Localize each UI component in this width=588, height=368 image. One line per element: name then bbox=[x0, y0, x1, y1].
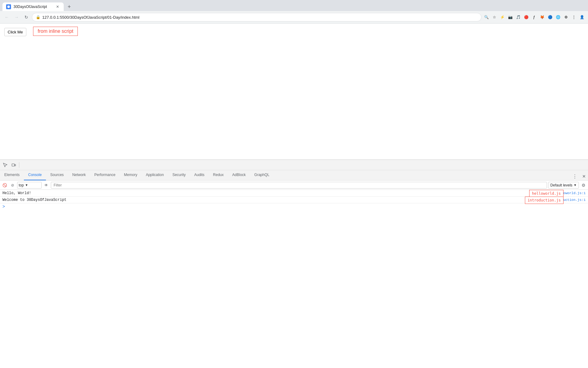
tab-console[interactable]: Console bbox=[24, 170, 46, 180]
new-tab-button[interactable]: + bbox=[65, 2, 74, 11]
tab-bar: 30DaysOfJavaScript ✕ + bbox=[0, 0, 588, 11]
default-levels-dropdown[interactable]: Default levels ▼ bbox=[548, 182, 579, 189]
console-gear-button[interactable]: ⚙ bbox=[580, 182, 587, 189]
ext4-icon[interactable]: 🔴 bbox=[522, 13, 530, 21]
console-filter-bar: 🚫 ⊘ top ▼ 👁 Default levels ▼ ⚙ bbox=[0, 181, 588, 190]
tab-favicon bbox=[6, 4, 11, 9]
tab-memory[interactable]: Memory bbox=[120, 170, 141, 180]
tab-network[interactable]: Network bbox=[68, 170, 90, 180]
page-content: Click Me from inline script bbox=[0, 24, 588, 159]
ext3-icon[interactable]: 🎵 bbox=[514, 13, 522, 21]
toolbar-separator bbox=[19, 162, 19, 168]
console-message-hello: Hello, World! bbox=[2, 191, 555, 195]
ext2-icon[interactable]: 📷 bbox=[507, 13, 514, 21]
tab-title: 30DaysOfJavaScript bbox=[13, 5, 55, 9]
settings-icon[interactable]: ⚙ bbox=[562, 13, 570, 21]
menu-icon[interactable]: ⋮ bbox=[570, 13, 578, 21]
console-settings-button[interactable]: ⊘ bbox=[9, 182, 16, 189]
click-me-button[interactable]: Click Me bbox=[4, 28, 26, 36]
console-input-row: > bbox=[0, 203, 588, 210]
tab-audits[interactable]: Audits bbox=[190, 170, 209, 180]
ext6-icon[interactable]: 🦊 bbox=[538, 13, 546, 21]
ext1-icon[interactable]: ⚡ bbox=[499, 13, 506, 21]
eye-icon[interactable]: 👁 bbox=[43, 182, 50, 189]
browser-chrome: 30DaysOfJavaScript ✕ + ← → ↻ 🔒 127.0.0.1… bbox=[0, 0, 588, 24]
extensions-area: 🔍 ☆ ⚡ 📷 🎵 🔴 ƒ 🦊 🔵 🌐 ⚙ ⋮ 👤 bbox=[483, 13, 586, 21]
clear-console-button[interactable]: 🚫 bbox=[1, 182, 8, 189]
refresh-button[interactable]: ↻ bbox=[22, 13, 31, 21]
tab-application[interactable]: Application bbox=[141, 170, 168, 180]
console-source-hello[interactable]: helloworld.js:1 bbox=[555, 191, 586, 195]
active-tab[interactable]: 30DaysOfJavaScript ✕ bbox=[2, 2, 64, 11]
console-message-welcome: Welcome to 30DaysOfJavaScript bbox=[2, 198, 551, 202]
context-arrow-icon: ▼ bbox=[25, 183, 28, 187]
console-row-welcome: Welcome to 30DaysOfJavaScript introducti… bbox=[0, 197, 588, 203]
tab-performance[interactable]: Performance bbox=[90, 170, 120, 180]
close-tab-button[interactable]: ✕ bbox=[55, 4, 60, 9]
ext5-icon[interactable]: ƒ bbox=[530, 13, 538, 21]
filter-input[interactable] bbox=[51, 182, 547, 189]
star-icon[interactable]: ☆ bbox=[491, 13, 498, 21]
devtools-tabs: Elements Console Sources Network Perform… bbox=[0, 170, 588, 181]
devtools-close-button[interactable]: ✕ bbox=[580, 172, 588, 180]
tab-adblock[interactable]: AdBlock bbox=[228, 170, 250, 180]
console-output: Hello, World! helloworld.js:1 helloworld… bbox=[0, 190, 588, 368]
devtools-toolbar bbox=[0, 160, 588, 170]
context-value: top bbox=[19, 183, 24, 187]
inspect-element-button[interactable] bbox=[1, 161, 9, 169]
address-bar: ← → ↻ 🔒 127.0.0.1:5500/30DaysOfJavaScrip… bbox=[0, 11, 588, 23]
tab-security[interactable]: Security bbox=[168, 170, 190, 180]
back-button[interactable]: ← bbox=[2, 13, 11, 21]
ext7-icon[interactable]: 🔵 bbox=[546, 13, 554, 21]
svg-rect-2 bbox=[15, 164, 16, 166]
console-source-welcome[interactable]: introduction.js:1 bbox=[551, 198, 586, 202]
search-icon[interactable]: 🔍 bbox=[483, 13, 490, 21]
inline-script-display: from inline script bbox=[33, 27, 78, 36]
profile-icon[interactable]: 👤 bbox=[578, 13, 586, 21]
console-prompt-icon: > bbox=[2, 204, 5, 209]
devtools-more-tabs-button[interactable]: ⋮ bbox=[571, 172, 579, 180]
tab-redux[interactable]: Redux bbox=[209, 170, 228, 180]
ext8-icon[interactable]: 🌐 bbox=[554, 13, 562, 21]
forward-button[interactable]: → bbox=[12, 13, 21, 21]
lock-icon: 🔒 bbox=[36, 15, 40, 19]
svg-point-0 bbox=[7, 6, 10, 8]
levels-arrow-icon: ▼ bbox=[574, 183, 577, 187]
url-text: 127.0.0.1:5500/30DaysOfJavaScript/01-Day… bbox=[42, 15, 139, 20]
context-selector[interactable]: top ▼ bbox=[17, 182, 42, 189]
tab-sources[interactable]: Sources bbox=[46, 170, 68, 180]
tab-graphql[interactable]: GraphQL bbox=[250, 170, 273, 180]
console-row-hello: Hello, World! helloworld.js:1 helloworld… bbox=[0, 190, 588, 197]
url-bar[interactable]: 🔒 127.0.0.1:5500/30DaysOfJavaScript/01-D… bbox=[32, 13, 481, 21]
devtools-panel: Elements Console Sources Network Perform… bbox=[0, 159, 588, 368]
svg-rect-1 bbox=[12, 164, 14, 166]
tab-elements[interactable]: Elements bbox=[0, 170, 24, 180]
device-toolbar-button[interactable] bbox=[10, 161, 18, 169]
